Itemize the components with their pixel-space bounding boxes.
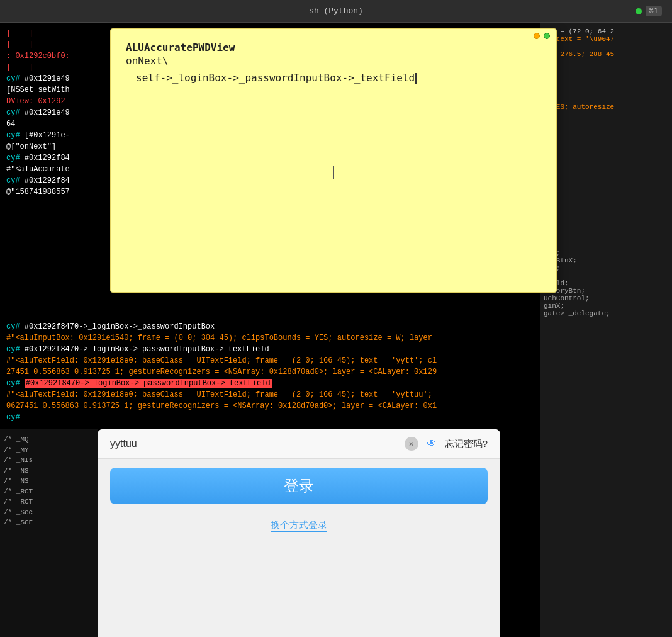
right-line	[544, 81, 668, 88]
right-line: ame = (72 0; 64 2	[544, 28, 668, 35]
right-line	[544, 43, 668, 50]
code-line: /* _NS	[4, 476, 94, 487]
password-row: yyttuu ✕ 👁 忘记密码?	[98, 429, 500, 459]
right-line: ); text = '\u9047	[544, 35, 668, 43]
code-line: /* _SGF	[4, 517, 94, 528]
term-line: #"<aluTextField: 0x1291e18e0; baseClass …	[6, 389, 537, 400]
popup-controls	[534, 33, 550, 39]
right-line: (16 276.5; 288 45	[544, 50, 668, 58]
login-overlay: yyttuu ✕ 👁 忘记密码? 登录 换个方式登录	[98, 429, 500, 637]
right-code-panel: ame = (72 0; 64 2 ); text = '\u9047 (16 …	[540, 23, 672, 637]
code-line: /* _MQ	[4, 434, 94, 445]
title-bar: sh (Python) ⌘1	[0, 0, 672, 23]
eye-icon[interactable]: 👁	[425, 437, 439, 451]
right-line: ;	[544, 272, 668, 279]
right-line	[544, 65, 668, 73]
body-cursor	[333, 166, 334, 179]
status-dot	[636, 8, 642, 14]
code-line: /* _RCT	[4, 497, 94, 507]
right-line: oryBtnX;	[544, 257, 668, 264]
right-line: con;	[544, 264, 668, 272]
term-line: 0627451 0.556863 0.913725 1; gestureReco…	[6, 400, 537, 412]
term-line: cy# #0x1292f8470->_loginBox->_passwordIn…	[6, 378, 537, 389]
title-bar-controls: ⌘1	[636, 6, 662, 16]
term-line: 27451 0.556863 0.913725 1; gestureRecogn…	[6, 366, 537, 378]
popup-subtitle: onNext\	[126, 55, 541, 67]
window-title: sh (Python)	[309, 6, 363, 16]
right-line: Field;	[544, 279, 668, 287]
popup-content: self->_loginBox->_passwordInputBox->_tex…	[136, 72, 541, 84]
password-value: yyttuu	[110, 438, 398, 449]
code-line: /* _MY	[4, 445, 94, 456]
code-line: /* _Sec	[4, 507, 94, 518]
code-line: /* _NS	[4, 466, 94, 476]
right-line: btn;	[544, 249, 668, 257]
right-line: ginX;	[544, 302, 668, 310]
term-line: cy# #0x1292f8470->_loginBox->_passwordIn…	[6, 321, 537, 332]
right-line: = YES; autoresize	[544, 103, 668, 111]
right-line: gate> _delegate;	[544, 310, 668, 317]
login-btn-row: 登录	[98, 459, 500, 513]
term-line: #"<aluInputBox: 0x1291e1540; frame = (0 …	[6, 332, 537, 344]
code-line: /* _NIs	[4, 455, 94, 466]
alt-login-link[interactable]: 换个方式登录	[271, 519, 327, 532]
right-line	[544, 96, 668, 103]
popup-dot-expand[interactable]	[544, 33, 550, 39]
cmd-badge: ⌘1	[646, 6, 662, 16]
term-line: cy# _	[6, 412, 537, 423]
clear-button[interactable]: ✕	[405, 437, 418, 451]
popup-title: ALUAccuratePWDView	[126, 42, 541, 54]
alt-login-row: 换个方式登录	[98, 513, 500, 538]
right-line	[544, 88, 668, 96]
term-line: cy# #0x1292f8470->_loginBox->_passwordIn…	[6, 344, 537, 355]
right-line: ]	[544, 58, 668, 65]
right-line	[544, 73, 668, 81]
right-code-bottom: btn; oryBtnX; con; ; Field; essoryBtn; u…	[544, 249, 668, 317]
forget-password[interactable]: 忘记密码?	[445, 438, 488, 450]
code-line: /* _RCT	[4, 487, 94, 497]
login-button[interactable]: 登录	[110, 468, 488, 504]
left-code-panel: /* _MQ /* _MY /* _NIs /* _NS /* _NS /* _…	[0, 429, 98, 637]
popup-note: ALUAccuratePWDView onNext\ self->_loginB…	[110, 28, 557, 293]
term-line: #"<aluTextField: 0x1291e18e0; baseClass …	[6, 355, 537, 366]
terminal-bottom-lines: cy# #0x1292f8470->_loginBox->_passwordIn…	[6, 321, 537, 423]
text-cursor	[415, 73, 417, 84]
right-line: essoryBtn;	[544, 287, 668, 295]
popup-dot-close[interactable]	[534, 33, 540, 39]
right-line: uchControl;	[544, 295, 668, 302]
popup-body[interactable]	[126, 84, 541, 261]
